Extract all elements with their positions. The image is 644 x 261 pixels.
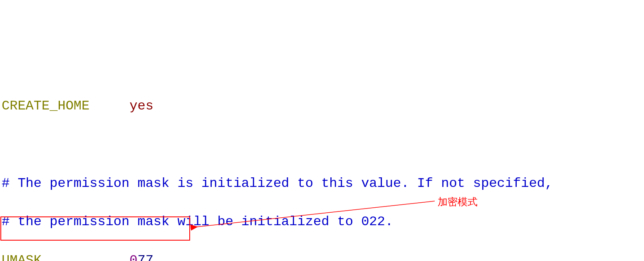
config-key: CREATE_HOME <box>2 98 89 114</box>
comment-line: # the permission mask will be initialize… <box>2 212 644 231</box>
config-file-content: CREATE_HOME yes # The permission mask is… <box>0 77 644 261</box>
config-key: UMASK <box>2 253 42 261</box>
config-value: 77 <box>137 253 153 261</box>
comment-line: # The permission mask is initialized to … <box>2 174 644 193</box>
line-umask: UMASK 077 <box>2 251 644 261</box>
annotation-label: 加密模式 <box>438 195 478 209</box>
line-create-home: CREATE_HOME yes <box>2 97 644 116</box>
config-value: yes <box>129 98 154 114</box>
blank-line <box>2 135 644 154</box>
